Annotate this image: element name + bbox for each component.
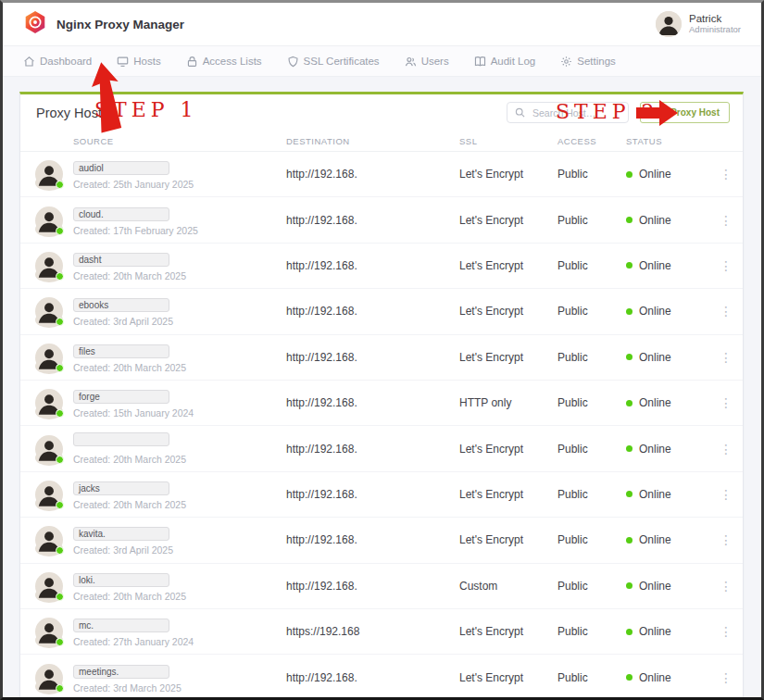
row-actions-menu[interactable]: ⋮ xyxy=(709,259,743,272)
status-label: Online xyxy=(639,259,671,272)
destination: http://192.168. xyxy=(286,214,459,227)
table-row[interactable]: audiol Created: 25th January 2025 http:/… xyxy=(20,152,743,197)
book-icon xyxy=(474,56,486,68)
table-row[interactable]: cloud. Created: 17th February 2025 http:… xyxy=(20,197,743,243)
status-cell: Online xyxy=(626,305,709,318)
access-type: Public xyxy=(557,351,626,364)
table-row[interactable]: files Created: 20th March 2025 http://19… xyxy=(20,335,743,381)
table-row[interactable]: loki. Created: 20th March 2025 http://19… xyxy=(20,564,743,609)
source-host: dasht xyxy=(73,253,169,267)
destination: http://192.168. xyxy=(286,351,459,364)
status-label: Online xyxy=(639,488,671,501)
row-actions-menu[interactable]: ⋮ xyxy=(709,214,743,227)
status-cell: Online xyxy=(626,533,709,546)
source-host: forge xyxy=(73,390,169,404)
access-type: Public xyxy=(557,625,626,638)
nav-item-users[interactable]: Users xyxy=(405,56,449,68)
access-type: Public xyxy=(557,259,626,272)
table-row[interactable]: dasht Created: 20th March 2025 http://19… xyxy=(20,244,743,289)
proxy-hosts-card: Proxy Hosts Add Proxy Host SOURCE DESTIN… xyxy=(19,92,744,700)
ssl-type: Let's Encrypt xyxy=(459,214,557,227)
access-type: Public xyxy=(557,533,626,546)
table-row[interactable]: meetings. Created: 3rd March 2025 http:/… xyxy=(20,655,743,700)
created-date: Created: 17th February 2025 xyxy=(73,225,286,236)
status-cell: Online xyxy=(626,214,709,227)
owner-online-dot xyxy=(56,501,64,509)
row-owner-avatar xyxy=(35,481,63,508)
row-actions-menu[interactable]: ⋮ xyxy=(709,305,743,318)
table-row[interactable]: ebooks Created: 3rd April 2025 http://19… xyxy=(20,289,743,334)
status-label: Online xyxy=(639,625,671,638)
table-body: audiol Created: 25th January 2025 http:/… xyxy=(20,152,743,700)
home-icon xyxy=(23,56,35,68)
row-actions-menu[interactable]: ⋮ xyxy=(709,396,743,409)
destination: http://192.168. xyxy=(286,443,459,456)
search-box xyxy=(507,102,629,123)
status-label: Online xyxy=(639,168,671,181)
status-cell: Online xyxy=(626,259,709,272)
created-date: Created: 3rd March 2025 xyxy=(73,682,286,694)
add-proxy-host-button[interactable]: Add Proxy Host xyxy=(640,102,730,123)
nav-item-dashboard[interactable]: Dashboard xyxy=(23,56,92,68)
access-type: Public xyxy=(557,443,626,456)
row-owner-avatar xyxy=(35,526,63,554)
ssl-type: Let's Encrypt xyxy=(459,625,557,638)
status-online-dot xyxy=(626,582,632,589)
user-avatar xyxy=(656,11,682,37)
nav-item-hosts[interactable]: Hosts xyxy=(117,56,160,68)
table-row[interactable]: Created: 20th March 2025 http://192.168.… xyxy=(20,426,743,471)
nginx-proxy-manager-window: Nginx Proxy Manager Patrick Administrato… xyxy=(0,0,764,700)
nav-item-access-lists[interactable]: Access Lists xyxy=(186,56,262,68)
row-actions-menu[interactable]: ⋮ xyxy=(709,533,743,546)
created-date: Created: 20th March 2025 xyxy=(73,454,286,465)
table-row[interactable]: jacks Created: 20th March 2025 http://19… xyxy=(20,472,743,518)
user-menu[interactable]: Patrick Administrator xyxy=(656,11,741,37)
row-actions-menu[interactable]: ⋮ xyxy=(709,351,743,364)
status-cell: Online xyxy=(626,351,709,364)
status-online-dot xyxy=(626,537,632,544)
column-header-ssl: SSL xyxy=(459,136,557,146)
status-online-dot xyxy=(626,445,632,452)
owner-online-dot xyxy=(56,227,64,235)
owner-online-dot xyxy=(56,593,64,601)
created-date: Created: 20th March 2025 xyxy=(73,270,286,281)
status-cell: Online xyxy=(626,488,709,501)
table-row[interactable]: forge Created: 15th January 2024 http://… xyxy=(20,381,743,426)
status-label: Online xyxy=(639,305,671,318)
row-actions-menu[interactable]: ⋮ xyxy=(709,625,743,638)
table-header-row: SOURCE DESTINATION SSL ACCESS STATUS xyxy=(20,131,743,152)
users-icon xyxy=(405,56,417,68)
row-actions-menu[interactable]: ⋮ xyxy=(709,488,743,501)
row-owner-avatar xyxy=(35,344,63,371)
created-date: Created: 20th March 2025 xyxy=(73,362,286,373)
column-header-destination: DESTINATION xyxy=(286,136,459,146)
row-owner-avatar xyxy=(35,160,63,188)
status-online-dot xyxy=(626,491,632,497)
column-header-access: ACCESS xyxy=(557,136,626,146)
row-actions-menu[interactable]: ⋮ xyxy=(709,580,743,593)
row-owner-avatar xyxy=(35,572,63,600)
nav-item-ssl-certificates[interactable]: SSL Certificates xyxy=(287,56,380,68)
row-owner-avatar xyxy=(35,435,63,463)
column-header-source: SOURCE xyxy=(73,136,286,146)
destination: http://192.168. xyxy=(286,396,459,409)
access-type: Public xyxy=(557,580,626,593)
status-online-dot xyxy=(626,308,632,315)
ssl-type: Let's Encrypt xyxy=(459,351,557,364)
source-host: mc. xyxy=(73,619,169,632)
search-input[interactable] xyxy=(531,106,620,119)
status-label: Online xyxy=(639,351,671,364)
status-online-dot xyxy=(626,262,632,269)
ssl-type: Let's Encrypt xyxy=(459,671,557,684)
nav-item-audit-log[interactable]: Audit Log xyxy=(474,56,536,68)
ssl-type: Let's Encrypt xyxy=(459,305,557,318)
row-actions-menu[interactable]: ⋮ xyxy=(709,671,743,684)
row-actions-menu[interactable]: ⋮ xyxy=(709,443,743,456)
row-actions-menu[interactable]: ⋮ xyxy=(709,168,743,181)
card-header: Proxy Hosts Add Proxy Host xyxy=(20,94,743,131)
table-row[interactable]: kavita. Created: 3rd April 2025 http://1… xyxy=(20,518,743,563)
table-row[interactable]: mc. Created: 27th January 2024 https://1… xyxy=(20,609,743,655)
row-owner-avatar xyxy=(35,297,63,325)
nav-item-settings[interactable]: Settings xyxy=(560,56,616,68)
source-host: jacks xyxy=(73,481,169,495)
